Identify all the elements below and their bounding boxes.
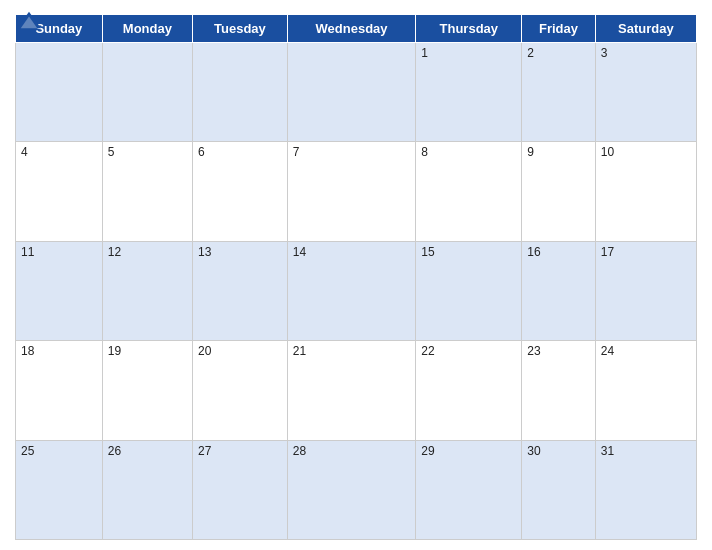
- calendar-day-cell: 21: [287, 341, 416, 440]
- calendar-day-cell: 24: [595, 341, 696, 440]
- calendar-day-cell: 28: [287, 440, 416, 539]
- calendar-day-cell: 16: [522, 241, 595, 340]
- logo-area: [15, 10, 46, 32]
- calendar-day-cell: 10: [595, 142, 696, 241]
- calendar-day-cell: [102, 43, 192, 142]
- calendar-day-cell: 6: [193, 142, 288, 241]
- day-number: 9: [527, 145, 534, 159]
- calendar-day-cell: 27: [193, 440, 288, 539]
- calendar-day-cell: 31: [595, 440, 696, 539]
- day-number: 5: [108, 145, 115, 159]
- day-number: 29: [421, 444, 434, 458]
- calendar-day-cell: 29: [416, 440, 522, 539]
- calendar-day-cell: 20: [193, 341, 288, 440]
- day-number: 22: [421, 344, 434, 358]
- calendar-day-cell: 18: [16, 341, 103, 440]
- day-number: 26: [108, 444, 121, 458]
- calendar-day-cell: 2: [522, 43, 595, 142]
- day-number: 11: [21, 245, 34, 259]
- calendar-day-cell: 3: [595, 43, 696, 142]
- calendar-week-row: 45678910: [16, 142, 697, 241]
- calendar-day-cell: 5: [102, 142, 192, 241]
- weekday-header-row: Sunday Monday Tuesday Wednesday Thursday…: [16, 15, 697, 43]
- calendar-day-cell: 15: [416, 241, 522, 340]
- day-number: 13: [198, 245, 211, 259]
- calendar-day-cell: [16, 43, 103, 142]
- calendar-day-cell: [287, 43, 416, 142]
- calendar-day-cell: 7: [287, 142, 416, 241]
- calendar-day-cell: 22: [416, 341, 522, 440]
- logo-icon: [15, 10, 43, 32]
- day-number: 14: [293, 245, 306, 259]
- day-number: 2: [527, 46, 534, 60]
- day-number: 30: [527, 444, 540, 458]
- day-number: 20: [198, 344, 211, 358]
- calendar-week-row: 18192021222324: [16, 341, 697, 440]
- col-tuesday: Tuesday: [193, 15, 288, 43]
- col-monday: Monday: [102, 15, 192, 43]
- col-wednesday: Wednesday: [287, 15, 416, 43]
- day-number: 10: [601, 145, 614, 159]
- calendar-day-cell: 17: [595, 241, 696, 340]
- day-number: 1: [421, 46, 428, 60]
- day-number: 24: [601, 344, 614, 358]
- calendar-week-row: 123: [16, 43, 697, 142]
- calendar-table: Sunday Monday Tuesday Wednesday Thursday…: [15, 14, 697, 540]
- day-number: 16: [527, 245, 540, 259]
- col-friday: Friday: [522, 15, 595, 43]
- calendar-day-cell: 11: [16, 241, 103, 340]
- calendar-day-cell: 9: [522, 142, 595, 241]
- day-number: 28: [293, 444, 306, 458]
- calendar-week-row: 11121314151617: [16, 241, 697, 340]
- day-number: 12: [108, 245, 121, 259]
- calendar-day-cell: 19: [102, 341, 192, 440]
- day-number: 7: [293, 145, 300, 159]
- day-number: 25: [21, 444, 34, 458]
- day-number: 23: [527, 344, 540, 358]
- day-number: 3: [601, 46, 608, 60]
- day-number: 31: [601, 444, 614, 458]
- day-number: 4: [21, 145, 28, 159]
- day-number: 27: [198, 444, 211, 458]
- calendar-day-cell: [193, 43, 288, 142]
- calendar-day-cell: 30: [522, 440, 595, 539]
- col-saturday: Saturday: [595, 15, 696, 43]
- day-number: 18: [21, 344, 34, 358]
- day-number: 17: [601, 245, 614, 259]
- calendar-day-cell: 1: [416, 43, 522, 142]
- day-number: 8: [421, 145, 428, 159]
- day-number: 21: [293, 344, 306, 358]
- col-thursday: Thursday: [416, 15, 522, 43]
- calendar-week-row: 25262728293031: [16, 440, 697, 539]
- calendar-day-cell: 14: [287, 241, 416, 340]
- day-number: 19: [108, 344, 121, 358]
- calendar-day-cell: 12: [102, 241, 192, 340]
- calendar-day-cell: 26: [102, 440, 192, 539]
- day-number: 6: [198, 145, 205, 159]
- calendar-day-cell: 8: [416, 142, 522, 241]
- calendar-day-cell: 13: [193, 241, 288, 340]
- calendar-day-cell: 23: [522, 341, 595, 440]
- day-number: 15: [421, 245, 434, 259]
- calendar-day-cell: 25: [16, 440, 103, 539]
- calendar-day-cell: 4: [16, 142, 103, 241]
